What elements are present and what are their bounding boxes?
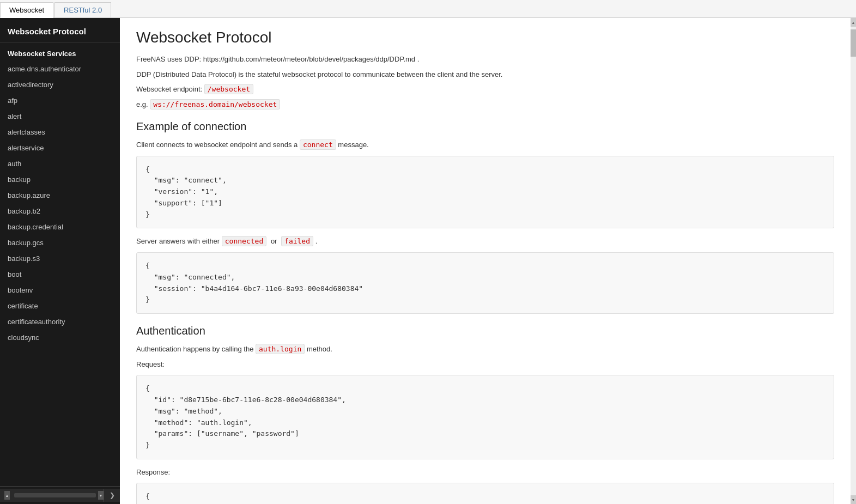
tabs-bar: Websocket RESTful 2.0: [0, 0, 856, 18]
sidebar-item-backup[interactable]: backup: [0, 172, 120, 187]
response-label: Response:: [136, 467, 834, 478]
sidebar-expand-arrow[interactable]: ❯: [104, 489, 120, 502]
sidebar-item-certificateauthority[interactable]: certificateauthority: [0, 314, 120, 330]
tab-websocket[interactable]: Websocket: [0, 2, 53, 18]
sidebar-item-alertclasses[interactable]: alertclasses: [0, 124, 120, 140]
auth-text-before: Authentication happens by calling the: [136, 345, 253, 353]
main-layout: Websocket Protocol Websocket Services ac…: [0, 18, 856, 504]
endpoint-label: Websocket endpoint:: [136, 85, 202, 93]
sidebar-item-alert[interactable]: alert: [0, 108, 120, 124]
sidebar-item-acme[interactable]: acme.dns.authenticator: [0, 61, 120, 77]
sidebar-item-auth[interactable]: auth: [0, 156, 120, 172]
tab-restful[interactable]: RESTful 2.0: [54, 2, 111, 17]
sidebar-item-backup-gcs[interactable]: backup.gcs: [0, 235, 120, 251]
sidebar-scroll-down[interactable]: ▼: [98, 491, 104, 500]
auth-text-after: method.: [307, 345, 332, 353]
example-label: e.g.: [136, 100, 148, 108]
endpoint-line: Websocket endpoint: /websocket: [136, 84, 834, 95]
server-code2: failed: [281, 236, 313, 246]
page-title: Websocket Protocol: [136, 29, 834, 46]
code-block-4: { "id": "d8e715be-6bc7-11e6-8c28-00e04d6…: [136, 483, 834, 504]
intro-line2: DDP (Distributed Data Protocol) is the s…: [136, 69, 834, 80]
sidebar-scroll[interactable]: acme.dns.authenticator activedirectory a…: [0, 61, 120, 486]
connection-text: Client connects to websocket endpoint an…: [136, 139, 834, 150]
sidebar-item-activedirectory[interactable]: activedirectory: [0, 77, 120, 93]
sidebar-item-backup-azure[interactable]: backup.azure: [0, 187, 120, 203]
auth-code: auth.login: [256, 344, 305, 354]
server-text-before: Server answers with either: [136, 237, 220, 245]
sidebar-item-backup-s3[interactable]: backup.s3: [0, 251, 120, 266]
sidebar-title: Websocket Protocol: [0, 18, 120, 43]
scrollbar-thumb[interactable]: [851, 29, 856, 57]
sidebar-item-cloudsync[interactable]: cloudsync: [0, 330, 120, 345]
sidebar-item-afp[interactable]: afp: [0, 93, 120, 108]
sidebar-item-certificate[interactable]: certificate: [0, 298, 120, 314]
sidebar-item-bootenv[interactable]: bootenv: [0, 282, 120, 298]
scroll-up-btn[interactable]: ▲: [851, 18, 856, 27]
example-line: e.g. ws://freenas.domain/websocket: [136, 99, 834, 110]
sidebar-scroll-up[interactable]: ▲: [4, 491, 10, 500]
connection-text-after: message.: [338, 141, 368, 149]
sidebar-bottom: ▲ ▼ ❯: [0, 486, 120, 504]
section2-title: Authentication: [136, 325, 834, 337]
request-label: Request:: [136, 359, 834, 370]
code-block-3: { "id": "d8e715be-6bc7-11e6-8c28-00e04d6…: [136, 375, 834, 459]
content-area: Websocket Protocol FreeNAS uses DDP: htt…: [120, 18, 851, 504]
connection-text-before: Client connects to websocket endpoint an…: [136, 141, 298, 149]
server-text-mid: or: [271, 237, 277, 245]
right-scrollbar[interactable]: ▲ ▼: [851, 18, 856, 504]
code-block-1: { "msg": "connect", "version": "1", "sup…: [136, 156, 834, 229]
connection-code: connect: [300, 139, 336, 150]
sidebar-item-alertservice[interactable]: alertservice: [0, 140, 120, 156]
intro-line1: FreeNAS uses DDP: https://github.com/met…: [136, 54, 834, 65]
sidebar-item-boot[interactable]: boot: [0, 266, 120, 282]
scrollbar-track: [851, 27, 856, 495]
intro-text1: FreeNAS uses DDP: https://github.com/met…: [136, 55, 419, 63]
example-code: ws://freenas.domain/websocket: [150, 99, 280, 110]
server-code1: connected: [222, 236, 266, 246]
sidebar-item-backup-credential[interactable]: backup.credential: [0, 219, 120, 235]
endpoint-code: /websocket: [204, 84, 253, 94]
server-text: Server answers with either connected or …: [136, 236, 834, 247]
server-text-end: .: [315, 237, 318, 245]
scroll-down-btn[interactable]: ▼: [851, 495, 856, 504]
code-block-2: { "msg": "connected", "session": "b4a4d1…: [136, 252, 834, 314]
sidebar-item-backup-b2[interactable]: backup.b2: [0, 203, 120, 219]
sidebar-section-title: Websocket Services: [0, 43, 120, 61]
sidebar: Websocket Protocol Websocket Services ac…: [0, 18, 120, 504]
section1-title: Example of connection: [136, 120, 834, 133]
auth-text: Authentication happens by calling the au…: [136, 344, 834, 355]
